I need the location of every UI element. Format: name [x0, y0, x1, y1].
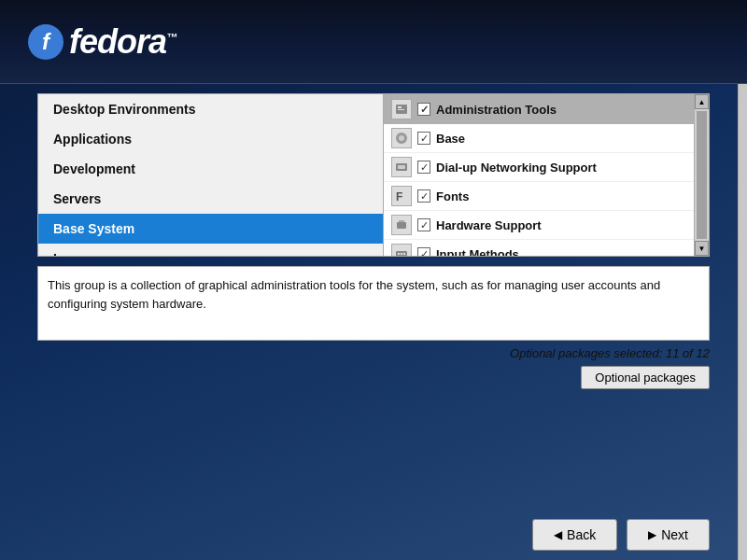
fonts-checkbox[interactable]: ✓: [417, 189, 430, 203]
sidebar-item-applications[interactable]: Applications: [38, 124, 383, 154]
side-bar: [738, 84, 747, 560]
input-checkbox[interactable]: ✓: [417, 247, 430, 256]
package-item-dialup[interactable]: ✓ Dial-up Networking Support: [384, 153, 709, 182]
scroll-thumb[interactable]: [697, 111, 707, 239]
input-icon: [391, 244, 412, 256]
sidebar-item-base-system[interactable]: Base System: [38, 214, 383, 244]
svg-rect-6: [398, 165, 405, 169]
category-list: Desktop Environments Applications Develo…: [38, 94, 384, 256]
base-icon: [391, 128, 412, 148]
package-group-header[interactable]: ✓ Administration Tools: [384, 94, 709, 124]
header: f fedora™: [0, 0, 747, 84]
panels: Desktop Environments Applications Develo…: [37, 93, 710, 257]
hardware-checkbox[interactable]: ✓: [417, 218, 430, 231]
scroll-up-btn[interactable]: ▲: [695, 94, 709, 109]
scroll-down-btn[interactable]: ▼: [695, 241, 709, 256]
description-box: This group is a collection of graphical …: [37, 266, 710, 341]
package-item-base[interactable]: ✓ Base: [384, 124, 709, 153]
package-item-input[interactable]: ✓ Input Methods: [384, 240, 709, 256]
optional-btn-row: Optional packages: [37, 366, 710, 389]
fedora-f-icon: f: [28, 24, 63, 60]
dialup-icon: [391, 157, 412, 177]
svg-rect-8: [397, 222, 406, 229]
svg-rect-13: [403, 253, 405, 255]
package-item-hardware[interactable]: ✓ Hardware Support: [384, 211, 709, 240]
main-content: Desktop Environments Applications Develo…: [37, 93, 710, 504]
back-label: Back: [567, 527, 596, 542]
admin-tools-icon: [391, 99, 412, 119]
dialup-checkbox[interactable]: ✓: [417, 161, 430, 174]
svg-rect-9: [399, 220, 404, 222]
svg-rect-1: [398, 106, 402, 108]
next-arrow-icon: ▶: [648, 528, 656, 541]
package-item-fonts[interactable]: F ✓ Fonts: [384, 182, 709, 211]
base-checkbox[interactable]: ✓: [417, 132, 430, 145]
fedora-wordmark: fedora™: [69, 22, 176, 62]
sidebar-item-servers[interactable]: Servers: [38, 184, 383, 214]
back-arrow-icon: ◀: [554, 528, 562, 541]
hardware-icon: [391, 215, 412, 235]
svg-text:F: F: [396, 190, 402, 203]
optional-packages-count: Optional packages selected: 11 of 12: [37, 346, 710, 360]
svg-rect-2: [398, 109, 404, 110]
admin-tools-checkbox[interactable]: ✓: [417, 103, 430, 116]
fedora-logo: f fedora™: [28, 22, 176, 62]
svg-rect-11: [398, 253, 400, 255]
fonts-icon: F: [391, 186, 412, 206]
sidebar-item-languages[interactable]: Languages: [38, 244, 383, 256]
base-label: Base: [436, 132, 465, 146]
package-scrollbar[interactable]: ▲ ▼: [694, 94, 709, 256]
sidebar-item-desktop-environments[interactable]: Desktop Environments: [38, 94, 383, 124]
dialup-label: Dial-up Networking Support: [436, 161, 597, 175]
package-list: ✓ Administration Tools ✓ Base: [384, 94, 709, 256]
optional-packages-button[interactable]: Optional packages: [581, 366, 710, 389]
next-label: Next: [661, 527, 688, 542]
hardware-label: Hardware Support: [436, 218, 542, 232]
fonts-label: Fonts: [436, 189, 469, 203]
description-text: This group is a collection of graphical …: [48, 278, 660, 311]
back-button[interactable]: ◀ Back: [532, 519, 617, 551]
svg-point-4: [399, 135, 404, 141]
svg-rect-12: [401, 253, 402, 255]
bottom-navigation: ◀ Back ▶ Next: [532, 519, 710, 551]
input-label: Input Methods: [436, 247, 519, 257]
sidebar-item-development[interactable]: Development: [38, 154, 383, 184]
admin-tools-label: Administration Tools: [436, 103, 557, 117]
next-button[interactable]: ▶ Next: [627, 519, 710, 551]
